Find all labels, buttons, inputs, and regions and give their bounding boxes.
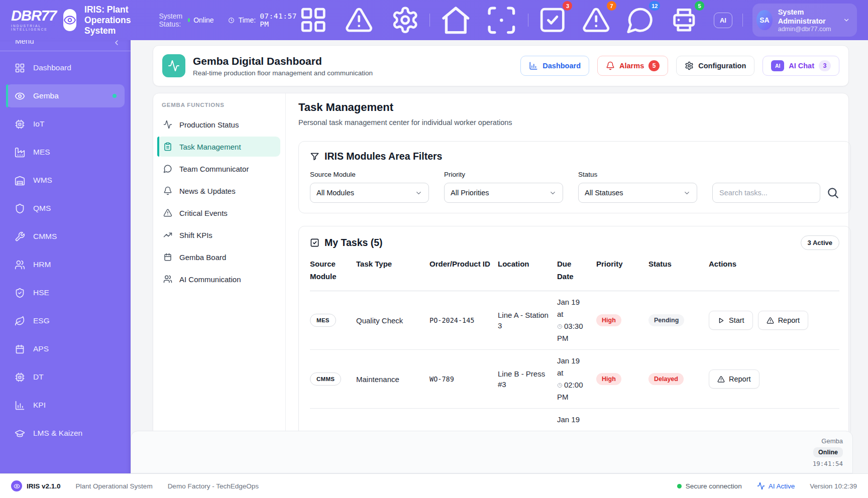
sidebar-item-label: CMMS	[33, 232, 57, 241]
clock-icon	[557, 383, 563, 388]
sidebar-item-mes[interactable]: MES	[6, 141, 125, 164]
configuration-button[interactable]: Configuration	[676, 56, 754, 76]
functions-item-team-communicator[interactable]: Team Communicator	[157, 159, 280, 179]
report-button[interactable]: Report	[709, 369, 759, 389]
column-header-task-type: Task Type	[356, 258, 422, 283]
alarms-count-badge: 5	[648, 60, 660, 71]
search-icon[interactable]	[826, 186, 839, 199]
user-email: admin@dbr77.com	[778, 26, 837, 33]
user-name: System Administrator	[778, 8, 837, 26]
sidebar-item-hse[interactable]: HSE	[6, 281, 125, 304]
sidebar-item-wms[interactable]: WMS	[6, 169, 125, 192]
source-module-label: Source Module	[310, 171, 429, 178]
ai-chip-icon: AI	[771, 60, 784, 71]
fax-icon[interactable]: 5	[670, 6, 699, 35]
messages-icon[interactable]: 12	[626, 6, 655, 35]
priority-badge: High	[596, 373, 621, 385]
sidebar-item-aps[interactable]: APS	[6, 337, 125, 360]
count-badge: 12	[649, 1, 660, 11]
task-type: Maintenance	[356, 374, 422, 385]
focus-scan-icon[interactable]	[485, 4, 518, 37]
secure-dot	[677, 484, 682, 488]
functions-item-news-updates[interactable]: News & Updates	[157, 181, 280, 201]
sidebar-item-label: Gemba	[33, 91, 59, 100]
functions-item-ai-communication[interactable]: AI Communication	[157, 269, 280, 289]
section-subtitle: Personal task management center for indi…	[298, 118, 851, 127]
functions-item-task-management[interactable]: Task Management	[157, 137, 280, 157]
status-badge: Delayed	[648, 373, 684, 385]
bell-icon	[163, 186, 172, 195]
functions-item-shift-kpis[interactable]: Shift KPIs	[157, 225, 280, 245]
gemba-functions-heading: GEMBA FUNCTIONS	[162, 102, 285, 108]
ai-assistant-button[interactable]: AI	[714, 13, 732, 28]
status-badge: Pending	[648, 314, 684, 326]
functions-item-production-status[interactable]: Production Status	[157, 114, 280, 135]
apps-grid-icon[interactable]	[299, 6, 328, 34]
sidebar-menu-header[interactable]: Menu	[0, 40, 131, 51]
count-badge: 5	[695, 1, 704, 11]
search-input[interactable]	[712, 183, 820, 203]
sidebar-item-iot[interactable]: IoT	[6, 112, 125, 136]
priority-label: Priority	[444, 171, 563, 178]
sidebar-item-gemba[interactable]: Gemba	[6, 84, 125, 107]
users-icon	[15, 260, 25, 270]
dashboard-button[interactable]: Dashboard	[520, 56, 589, 76]
sidebar-item-cmms[interactable]: CMMS	[6, 225, 125, 248]
time-label: Time:	[239, 16, 256, 24]
source-module-select[interactable]: All Modules	[310, 183, 429, 203]
functions-item-critical-events[interactable]: Critical Events	[157, 203, 280, 223]
sidebar-item-label: APS	[33, 344, 49, 353]
users-icon	[163, 275, 172, 284]
ai-chat-button[interactable]: AI AI Chat 3	[763, 56, 839, 76]
count-badge: 7	[607, 1, 616, 11]
status-panel-app: Gemba	[821, 437, 843, 445]
home-icon[interactable]	[440, 4, 472, 37]
table-row: Jan 19	[310, 409, 839, 431]
sidebar-item-lms-kaizen[interactable]: LMS & Kaizen	[6, 422, 125, 445]
time-value: 07:41:57 PM	[260, 12, 299, 28]
sidebar-item-dt[interactable]: DT	[6, 365, 125, 389]
sidebar-item-dashboard[interactable]: Dashboard	[6, 56, 125, 79]
footer-app-version: IRIS v2.1.0	[27, 482, 61, 490]
warnings-icon[interactable]: 7	[582, 6, 611, 35]
clock-icon	[557, 324, 563, 329]
tasks-icon[interactable]: 3	[538, 6, 567, 35]
chevron-down-icon	[843, 16, 850, 25]
sidebar-item-esg[interactable]: ESG	[6, 309, 125, 332]
page-title: Gemba Digital Dashboard	[193, 55, 373, 67]
report-alert-icon	[767, 317, 774, 324]
chevron-down-icon	[549, 189, 557, 197]
sidebar-item-label: HSE	[33, 288, 49, 297]
eye-icon	[63, 14, 76, 27]
topbar-badge-icons: 37125	[538, 6, 699, 35]
due-date: Jan 19	[557, 414, 589, 426]
priority-select[interactable]: All Priorities	[444, 183, 563, 203]
my-tasks-title: My Tasks (5)	[324, 237, 383, 248]
sidebar-item-label: KPI	[33, 401, 46, 410]
topbar-action-icons	[299, 6, 419, 34]
sidebar-item-hrm[interactable]: HRM	[6, 253, 125, 276]
sidebar-item-label: WMS	[33, 176, 52, 185]
active-count-badge: 3 Active	[801, 235, 839, 250]
column-header-order-product-id: Order/Product ID	[429, 258, 491, 283]
clipboard-icon	[163, 142, 172, 151]
start-button[interactable]: Start	[709, 311, 753, 330]
sidebar-item-label: DT	[33, 372, 44, 382]
alarms-button[interactable]: Alarms 5	[597, 56, 668, 76]
table-row: CMMSMaintenanceWO-789Line B - Press #3Ja…	[310, 350, 839, 409]
alerts-icon[interactable]	[345, 6, 373, 34]
warehouse-icon	[15, 175, 25, 186]
sidebar-item-qms[interactable]: QMS	[6, 197, 125, 220]
table-row: MESQuality CheckPO-2024-145Line A - Stat…	[310, 291, 839, 350]
report-button[interactable]: Report	[758, 311, 809, 330]
activity-icon	[163, 120, 172, 129]
trending-icon	[163, 230, 172, 239]
sidebar-item-kpi[interactable]: KPI	[6, 394, 125, 417]
functions-item-gemba-board[interactable]: Gemba Board	[157, 247, 280, 267]
settings-icon[interactable]	[391, 6, 419, 34]
chevron-left-icon	[113, 40, 121, 47]
chevron-down-icon	[415, 189, 422, 197]
user-menu[interactable]: SA System Administrator admin@dbr77.com	[752, 4, 857, 37]
eye-icon	[15, 91, 25, 101]
status-select[interactable]: All Statuses	[578, 183, 697, 203]
